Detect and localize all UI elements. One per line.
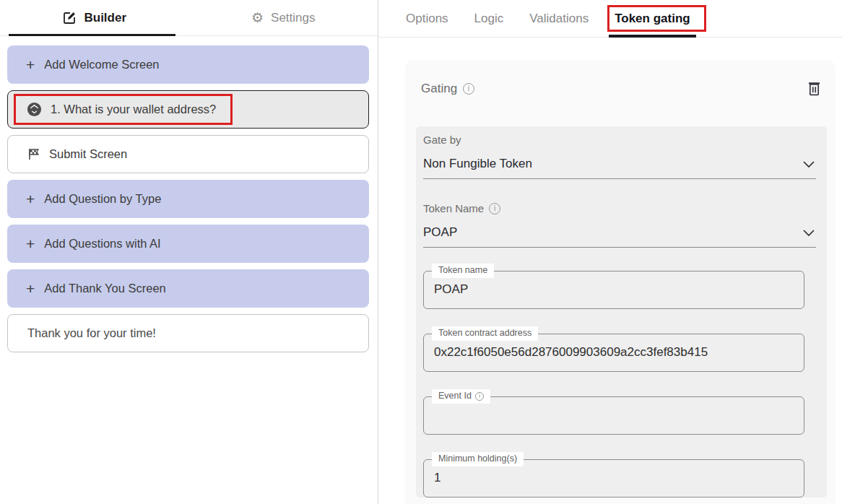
gate-by-select[interactable]: Non Fungible Token <box>423 146 816 179</box>
wallet-address-icon <box>27 102 42 117</box>
submit-screen-item[interactable]: Submit Screen <box>7 135 369 173</box>
plus-icon: + <box>26 191 35 207</box>
tab-options-label: Options <box>406 12 448 26</box>
gate-by-value: Non Fungible Token <box>423 157 532 171</box>
gating-form: Gate by Non Fungible Token Token Name i … <box>416 126 827 498</box>
settings-tabs: Options Logic Validations Token gating <box>378 0 842 38</box>
gate-by-label: Gate by <box>423 134 827 146</box>
edit-square-icon <box>62 11 77 25</box>
tab-options[interactable]: Options <box>393 0 461 37</box>
add-question-by-type-label: Add Question by Type <box>44 192 161 206</box>
tab-builder-label: Builder <box>84 11 126 25</box>
submit-screen-label: Submit Screen <box>49 147 127 161</box>
screen-list: + Add Welcome Screen 1. What is your wal… <box>7 45 369 352</box>
gear-icon: ⚙ <box>251 11 264 25</box>
token-name-field[interactable]: Token name POAP <box>423 271 804 309</box>
minimum-holdings-field[interactable]: Minimum holding(s) 1 <box>423 459 804 498</box>
chevron-down-icon <box>803 161 815 168</box>
event-id-field-label: Event Id i <box>432 389 490 404</box>
plus-icon: + <box>26 57 35 72</box>
tab-logic[interactable]: Logic <box>461 0 517 37</box>
tab-settings[interactable]: ⚙ Settings <box>189 0 378 35</box>
add-questions-with-ai-label: Add Questions with AI <box>44 237 160 251</box>
add-questions-with-ai-button[interactable]: + Add Questions with AI <box>7 225 369 263</box>
tab-token-gating-label: Token gating <box>615 12 690 26</box>
token-contract-address-field-label: Token contract address <box>432 326 538 341</box>
add-thank-you-screen-button[interactable]: + Add Thank You Screen <box>7 269 369 308</box>
question-item-label: 1. What is your wallet address? <box>51 103 216 116</box>
tab-token-gating[interactable]: Token gating <box>602 0 703 37</box>
plus-icon: + <box>26 236 35 251</box>
chevron-down-icon <box>803 230 815 236</box>
token-name-field-label: Token name <box>432 264 494 278</box>
token-contract-address-field[interactable]: Token contract address 0x22c1f6050e56d28… <box>423 334 804 372</box>
sidebar-tabs: Builder ⚙ Settings <box>0 0 378 36</box>
tab-validations-label: Validations <box>529 12 589 26</box>
token-name-value: POAP <box>423 225 457 240</box>
active-tab-indicator <box>9 34 175 36</box>
token-gating-card: Gating i Gate by Non Fungible Token <box>405 60 836 504</box>
trash-icon <box>807 80 822 97</box>
event-id-field[interactable]: Event Id i <box>423 396 804 435</box>
question-item-wallet-address[interactable]: 1. What is your wallet address? <box>7 90 369 129</box>
gating-header: Gating i <box>405 60 836 97</box>
token-name-select[interactable]: POAP <box>423 214 816 248</box>
gating-title-label: Gating <box>421 82 457 96</box>
info-icon[interactable]: i <box>475 392 484 401</box>
add-welcome-screen-button[interactable]: + Add Welcome Screen <box>7 45 369 84</box>
add-welcome-screen-label: Add Welcome Screen <box>44 58 159 71</box>
thank-you-screen-item[interactable]: Thank you for your time! <box>7 314 369 352</box>
checkered-flag-icon <box>27 147 40 161</box>
thank-you-screen-label: Thank you for your time! <box>27 326 156 340</box>
plus-icon: + <box>26 281 35 296</box>
tab-logic-label: Logic <box>474 12 504 26</box>
gating-title: Gating i <box>421 82 474 96</box>
add-question-by-type-button[interactable]: + Add Question by Type <box>7 180 369 218</box>
minimum-holdings-field-label: Minimum holding(s) <box>432 452 524 466</box>
delete-gating-button[interactable] <box>807 80 822 97</box>
add-thank-you-screen-label: Add Thank You Screen <box>44 282 166 295</box>
info-icon[interactable]: i <box>463 83 474 95</box>
tab-validations[interactable]: Validations <box>516 0 602 37</box>
tab-settings-label: Settings <box>271 11 315 25</box>
question-settings-panel: Options Logic Validations Token gating G… <box>378 0 842 504</box>
builder-sidebar: Builder ⚙ Settings + Add Welcome Screen … <box>0 0 378 504</box>
tab-builder[interactable]: Builder <box>0 0 189 35</box>
token-name-label: Token Name i <box>423 202 827 214</box>
info-icon[interactable]: i <box>489 203 500 214</box>
